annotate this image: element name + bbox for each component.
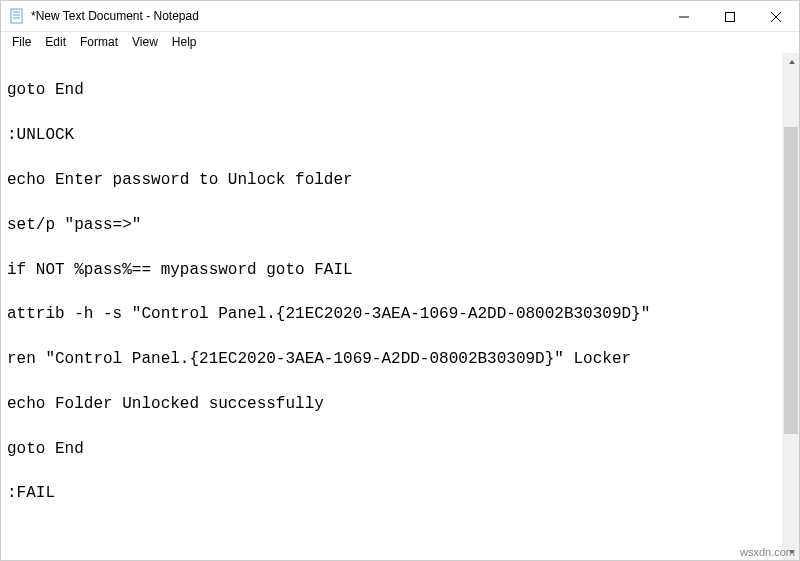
menu-view[interactable]: View — [125, 34, 165, 50]
window-title: *New Text Document - Notepad — [31, 9, 661, 23]
notepad-icon — [9, 8, 25, 24]
content-area: goto End :UNLOCK echo Enter password to … — [1, 53, 799, 560]
menu-format[interactable]: Format — [73, 34, 125, 50]
menubar: File Edit Format View Help — [1, 32, 799, 52]
svg-rect-5 — [726, 12, 735, 21]
minimize-button[interactable] — [661, 1, 707, 32]
scroll-thumb[interactable] — [784, 127, 798, 434]
vertical-scrollbar[interactable] — [782, 53, 799, 560]
svg-marker-8 — [789, 60, 795, 64]
watermark-text: wsxdn.com — [740, 546, 795, 558]
menu-edit[interactable]: Edit — [38, 34, 73, 50]
close-button[interactable] — [753, 1, 799, 32]
menu-help[interactable]: Help — [165, 34, 204, 50]
text-editor[interactable]: goto End :UNLOCK echo Enter password to … — [1, 53, 782, 560]
scroll-track[interactable] — [783, 70, 799, 543]
titlebar: *New Text Document - Notepad — [1, 1, 799, 32]
svg-rect-0 — [11, 9, 22, 23]
menu-file[interactable]: File — [5, 34, 38, 50]
scroll-up-arrow-icon[interactable] — [783, 53, 800, 70]
maximize-button[interactable] — [707, 1, 753, 32]
window-controls — [661, 1, 799, 31]
